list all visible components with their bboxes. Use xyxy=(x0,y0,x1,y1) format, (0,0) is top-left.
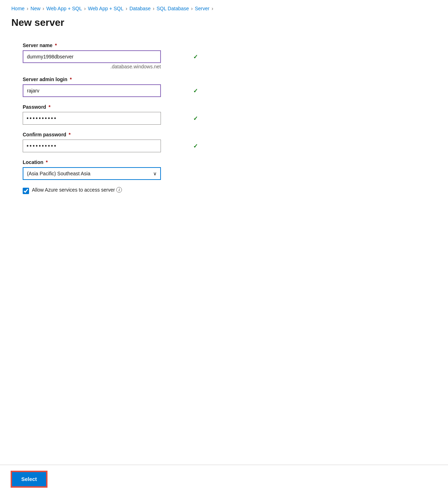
allow-azure-services-label: Allow Azure services to access server i xyxy=(32,187,122,193)
password-label: Password * xyxy=(23,104,201,110)
footer-bar: Select xyxy=(0,465,448,493)
server-name-group: Server name * ✓ .database.windows.net xyxy=(23,42,201,69)
location-group: Location * (Asia Pacific) Southeast Asia… xyxy=(23,159,201,180)
server-name-input[interactable] xyxy=(23,50,161,63)
confirm-password-check-icon: ✓ xyxy=(193,143,198,149)
breadcrumb-home[interactable]: Home xyxy=(11,6,24,11)
breadcrumb-server[interactable]: Server xyxy=(195,6,209,11)
server-name-input-wrapper: ✓ xyxy=(23,50,201,63)
password-check-icon: ✓ xyxy=(193,115,198,122)
server-name-required: * xyxy=(54,42,57,48)
breadcrumb-separator-4: › xyxy=(125,6,127,11)
breadcrumb: Home › New › Web App + SQL › Web App + S… xyxy=(0,0,448,14)
breadcrumb-separator-5: › xyxy=(153,6,155,11)
confirm-password-required: * xyxy=(67,132,71,137)
breadcrumb-separator-1: › xyxy=(27,6,28,11)
confirm-password-group: Confirm password * ✓ xyxy=(23,132,201,152)
server-name-label: Server name * xyxy=(23,42,201,48)
server-admin-login-group: Server admin login * ✓ xyxy=(23,76,201,97)
allow-azure-services-checkbox[interactable] xyxy=(23,188,29,194)
server-admin-login-label: Server admin login * xyxy=(23,76,201,82)
breadcrumb-new[interactable]: New xyxy=(30,6,40,11)
confirm-password-input-wrapper: ✓ xyxy=(23,140,201,152)
password-input[interactable] xyxy=(23,112,161,125)
allow-azure-services-info-icon[interactable]: i xyxy=(116,187,122,193)
location-select-wrapper: (Asia Pacific) Southeast Asia (Asia Paci… xyxy=(23,167,161,180)
page-title: New server xyxy=(0,14,448,37)
location-required: * xyxy=(44,159,47,165)
confirm-password-input[interactable] xyxy=(23,140,161,152)
password-required: * xyxy=(47,104,50,110)
confirm-password-label: Confirm password * xyxy=(23,132,201,137)
breadcrumb-separator-2: › xyxy=(43,6,44,11)
breadcrumb-separator-7: › xyxy=(212,6,213,11)
location-select[interactable]: (Asia Pacific) Southeast Asia (Asia Paci… xyxy=(23,167,161,180)
breadcrumb-sql-database[interactable]: SQL Database xyxy=(157,6,189,11)
breadcrumb-separator-3: › xyxy=(84,6,86,11)
server-admin-login-input-wrapper: ✓ xyxy=(23,84,201,97)
new-server-form: Server name * ✓ .database.windows.net Se… xyxy=(0,37,213,205)
breadcrumb-separator-6: › xyxy=(191,6,193,11)
server-admin-login-check-icon: ✓ xyxy=(193,87,198,94)
select-button[interactable]: Select xyxy=(11,471,47,487)
password-input-wrapper: ✓ xyxy=(23,112,201,125)
server-name-check-icon: ✓ xyxy=(193,53,198,60)
server-name-domain-suffix: .database.windows.net xyxy=(23,64,161,69)
breadcrumb-webapp-sql-2[interactable]: Web App + SQL xyxy=(88,6,124,11)
breadcrumb-database[interactable]: Database xyxy=(129,6,151,11)
server-admin-login-required: * xyxy=(68,76,72,82)
allow-azure-services-group: Allow Azure services to access server i xyxy=(23,187,201,194)
password-group: Password * ✓ xyxy=(23,104,201,125)
server-admin-login-input[interactable] xyxy=(23,84,161,97)
breadcrumb-webapp-sql-1[interactable]: Web App + SQL xyxy=(46,6,82,11)
location-label: Location * xyxy=(23,159,201,165)
